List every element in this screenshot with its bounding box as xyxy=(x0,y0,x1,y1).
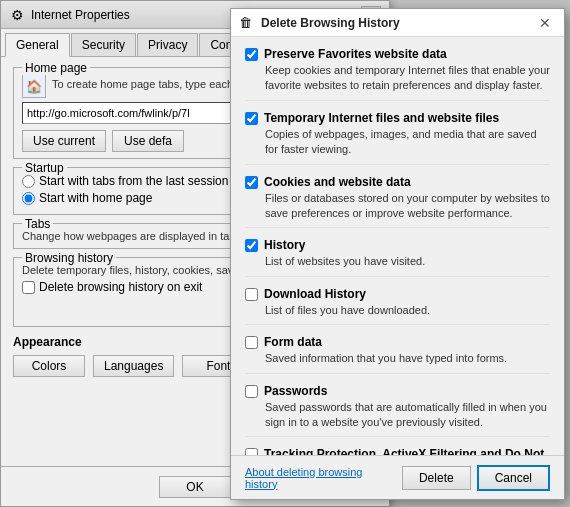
colors-btn[interactable]: Colors xyxy=(13,355,85,377)
dbh-title-history: History xyxy=(264,238,305,252)
dialog-titlebar: 🗑 Delete Browsing History ✕ xyxy=(231,9,564,37)
tab-privacy[interactable]: Privacy xyxy=(137,33,198,56)
tab-general[interactable]: General xyxy=(5,33,70,57)
dbh-header-passwords: Passwords xyxy=(245,384,550,398)
dbh-checkbox-favorites[interactable] xyxy=(245,48,258,61)
dbh-header-form-data: Form data xyxy=(245,335,550,349)
dbh-desc-favorites: Keep cookies and temporary Internet file… xyxy=(265,63,550,94)
dbh-item-passwords: Passwords Saved passwords that are autom… xyxy=(245,384,550,438)
startup-last-session-label: Start with tabs from the last session xyxy=(39,174,228,188)
dbh-desc-form-data: Saved information that you have typed in… xyxy=(265,351,550,366)
dbh-desc-cookies: Files or databases stored on your comput… xyxy=(265,191,550,222)
dbh-header-download-history: Download History xyxy=(245,287,550,301)
dbh-checkbox-download-history[interactable] xyxy=(245,288,258,301)
dbh-header-cookies: Cookies and website data xyxy=(245,175,550,189)
dbh-item-tempfiles: Temporary Internet files and website fil… xyxy=(245,111,550,165)
dbh-desc-tempfiles: Copies of webpages, images, and media th… xyxy=(265,127,550,158)
dbh-title-cookies: Cookies and website data xyxy=(264,175,411,189)
dialog-cancel-btn[interactable]: Cancel xyxy=(477,465,550,491)
tab-security[interactable]: Security xyxy=(71,33,136,56)
dbh-header-tempfiles: Temporary Internet files and website fil… xyxy=(245,111,550,125)
dialog-delete-btn[interactable]: Delete xyxy=(402,466,471,490)
dbh-title-download-history: Download History xyxy=(264,287,366,301)
home-page-desc: To create home page tabs, type each a xyxy=(52,78,242,90)
ip-ok-btn[interactable]: OK xyxy=(159,476,231,498)
dialog-title: Delete Browsing History xyxy=(261,16,534,30)
startup-home-page-radio[interactable] xyxy=(22,192,35,205)
delete-on-exit-label: Delete browsing history on exit xyxy=(39,280,202,294)
dbh-title-form-data: Form data xyxy=(264,335,322,349)
dialog-footer: About deleting browsing history Delete C… xyxy=(231,455,564,499)
dialog-close-btn[interactable]: ✕ xyxy=(534,12,556,34)
dbh-item-history: History List of websites you have visite… xyxy=(245,238,550,276)
dbh-checkbox-cookies[interactable] xyxy=(245,176,258,189)
dialog-content: Preserve Favorites website data Keep coo… xyxy=(231,37,564,457)
dbh-item-cookies: Cookies and website data Files or databa… xyxy=(245,175,550,229)
dbh-checkbox-tempfiles[interactable] xyxy=(245,112,258,125)
use-current-btn[interactable]: Use current xyxy=(22,130,106,152)
delete-browsing-history-dialog: 🗑 Delete Browsing History ✕ Preserve Fav… xyxy=(230,8,565,500)
home-page-label: Home page xyxy=(22,61,90,75)
dbh-desc-history: List of websites you have visited. xyxy=(265,254,550,269)
ip-window-icon: ⚙ xyxy=(9,7,25,23)
dbh-title-favorites: Preserve Favorites website data xyxy=(264,47,447,61)
dbh-desc-download-history: List of files you have downloaded. xyxy=(265,303,550,318)
dbh-title-tempfiles: Temporary Internet files and website fil… xyxy=(264,111,499,125)
browsing-history-label: Browsing history xyxy=(22,251,116,265)
dbh-checkbox-passwords[interactable] xyxy=(245,385,258,398)
languages-btn[interactable]: Languages xyxy=(93,355,174,377)
dbh-header-history: History xyxy=(245,238,550,252)
home-icon: 🏠 xyxy=(22,74,46,98)
dbh-title-passwords: Passwords xyxy=(264,384,327,398)
dialog-icon: 🗑 xyxy=(239,15,255,31)
startup-last-session-radio[interactable] xyxy=(22,175,35,188)
delete-on-exit-checkbox[interactable] xyxy=(22,281,35,294)
about-link[interactable]: About deleting browsing history xyxy=(245,466,396,490)
dbh-header-favorites: Preserve Favorites website data xyxy=(245,47,550,61)
dbh-checkbox-history[interactable] xyxy=(245,239,258,252)
dbh-checkbox-form-data[interactable] xyxy=(245,336,258,349)
startup-label: Startup xyxy=(22,161,67,175)
tabs-section-label: Tabs xyxy=(22,217,53,231)
startup-home-page-label: Start with home page xyxy=(39,191,152,205)
dbh-item-form-data: Form data Saved information that you hav… xyxy=(245,335,550,373)
use-default-btn[interactable]: Use defa xyxy=(112,130,184,152)
dbh-item-download-history: Download History List of files you have … xyxy=(245,287,550,325)
dbh-desc-passwords: Saved passwords that are automatically f… xyxy=(265,400,550,431)
dbh-item-favorites: Preserve Favorites website data Keep coo… xyxy=(245,47,550,101)
